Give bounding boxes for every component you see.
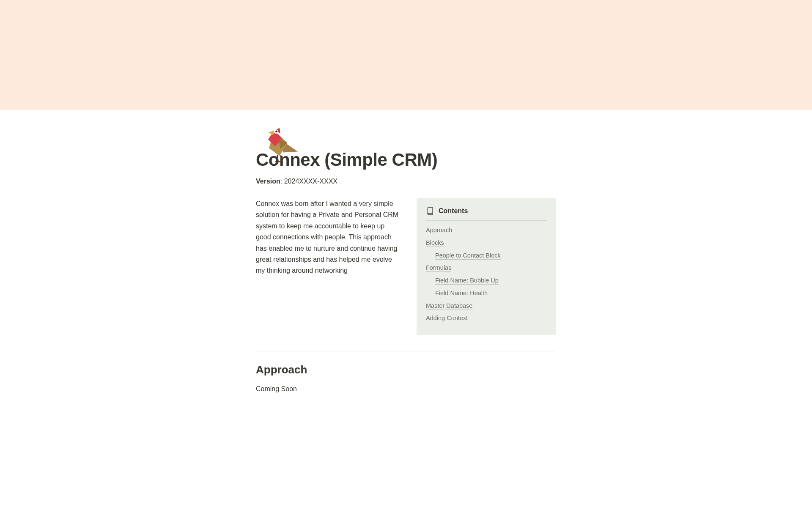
page-content: Connex (Simple CRM) Version: 2024XXXX-XX… [256,146,556,419]
toc-title: Contents [439,206,468,216]
section-heading-approach: Approach [256,362,556,378]
book-icon [426,207,434,215]
toc-link-master-database[interactable]: Master Database [426,302,472,310]
toc-item: People to Contact Block [426,251,547,260]
toc-link-approach[interactable]: Approach [426,227,452,234]
version-label: Version [256,178,280,185]
intro-paragraph: Connex was born after I wanted a very si… [256,198,401,277]
toc-list: Approach Blocks People to Contact Block … [426,226,547,323]
section-body-approach: Coming Soon [256,384,556,394]
version-line: Version: 2024XXXX-XXXX [256,176,556,186]
toc-item: Adding Context [426,314,547,323]
toc-link-field-health[interactable]: Field Name: Health [435,290,488,297]
svg-rect-9 [280,155,281,162]
toc-item: Formulas [426,263,547,273]
version-value: 2024XXXX-XXXX [284,178,337,185]
toc-item: Blocks [426,238,547,248]
svg-rect-8 [277,155,278,162]
cover-banner [0,0,812,110]
toc-header: Contents [426,206,547,221]
toc-link-formulas[interactable]: Formulas [426,264,451,272]
toc-link-adding-context[interactable]: Adding Context [426,315,468,322]
svg-marker-4 [268,131,274,135]
toc-link-blocks[interactable]: Blocks [426,239,444,247]
toc-item: Master Database [426,301,547,311]
toc-item: Approach [426,226,547,235]
toc-link-field-bubble-up[interactable]: Field Name: Bubble Up [435,277,499,285]
svg-rect-11 [279,161,283,162]
page-icon-bird [256,120,308,173]
toc-item: Field Name: Bubble Up [426,276,547,285]
toc-item: Field Name: Health [426,289,547,298]
divider [256,351,556,351]
table-of-contents: Contents Approach Blocks People to Conta… [417,198,556,335]
toc-link-people-to-contact-block[interactable]: People to Contact Block [435,252,501,260]
svg-point-6 [275,130,277,132]
